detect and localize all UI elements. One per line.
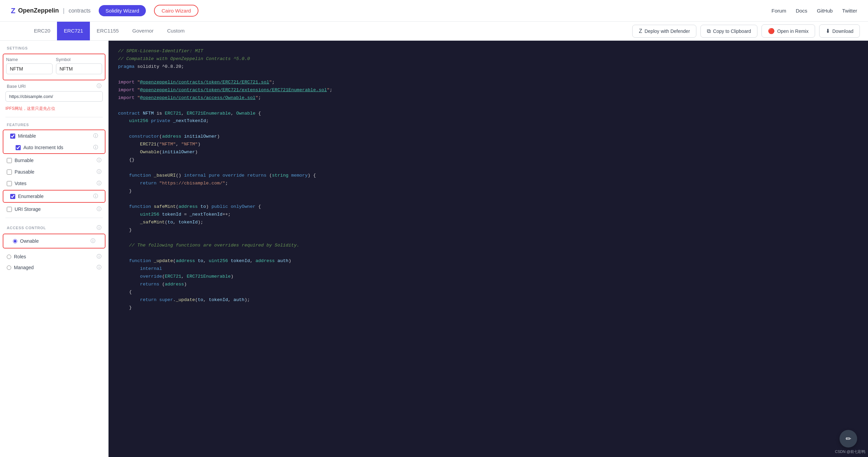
base-uri-info-icon[interactable]: ⓘ bbox=[97, 83, 101, 89]
deploy-icon: Z bbox=[639, 28, 642, 34]
burnable-label: Burnable bbox=[15, 158, 34, 163]
feature-enumerable: Enumerable ⓘ bbox=[3, 191, 105, 202]
mintable-label: Mintable bbox=[18, 133, 36, 139]
burnable-info-icon[interactable]: ⓘ bbox=[97, 157, 101, 163]
mintable-left: Mintable bbox=[10, 133, 36, 139]
content: SETTINGS Name Symbol Base URI ⓘ bbox=[0, 41, 868, 457]
divider-2 bbox=[5, 218, 103, 218]
header: Z OpenZeppelin | contracts Solidity Wiza… bbox=[0, 0, 868, 22]
votes-info-icon[interactable]: ⓘ bbox=[97, 180, 101, 186]
copy-button[interactable]: ⧉ Copy to Clipboard bbox=[700, 25, 757, 38]
access-control-label: ACCESS CONTROL bbox=[7, 226, 46, 230]
mintable-info-icon[interactable]: ⓘ bbox=[93, 133, 98, 139]
votes-label: Votes bbox=[15, 181, 26, 186]
deploy-label: Deploy with Defender bbox=[644, 28, 690, 34]
managed-radio[interactable] bbox=[7, 265, 11, 270]
solidity-wizard-button[interactable]: Solidity Wizard bbox=[99, 5, 146, 16]
nav-github[interactable]: GitHub bbox=[817, 8, 833, 14]
feature-uri-storage: URI Storage ⓘ bbox=[0, 203, 108, 215]
burnable-left: Burnable bbox=[7, 158, 34, 163]
access-control-header: ACCESS CONTROL ⓘ bbox=[0, 223, 108, 234]
auto-increment-info-icon[interactable]: ⓘ bbox=[93, 144, 98, 151]
radio-roles: Roles ⓘ bbox=[0, 251, 108, 262]
download-button[interactable]: ⬇ Download bbox=[819, 24, 860, 38]
code-panel: // SPDX-License-Identifier: MIT // Compa… bbox=[109, 41, 868, 457]
remix-icon: 🔴 bbox=[768, 28, 775, 34]
uri-storage-label: URI Storage bbox=[15, 206, 41, 212]
base-uri-row: Base URI ⓘ bbox=[0, 83, 108, 91]
enumerable-left: Enumerable bbox=[10, 194, 44, 199]
tab-erc20[interactable]: ERC20 bbox=[27, 22, 57, 40]
tab-erc1155[interactable]: ERC1155 bbox=[90, 22, 126, 40]
name-input[interactable] bbox=[6, 63, 53, 74]
votes-checkbox[interactable] bbox=[7, 181, 12, 186]
fab-edit-button[interactable]: ✏ bbox=[840, 430, 857, 448]
fab-edit-icon: ✏ bbox=[846, 435, 851, 443]
roles-label: Roles bbox=[14, 254, 26, 259]
main-container: ERC20 ERC721 ERC1155 Governor Custom Z D… bbox=[0, 22, 868, 457]
votes-left: Votes bbox=[7, 181, 26, 186]
radio-ownable: Ownable ⓘ bbox=[6, 236, 102, 246]
pausable-left: Pausable bbox=[7, 169, 34, 175]
roles-info-icon[interactable]: ⓘ bbox=[97, 254, 101, 260]
uri-storage-info-icon[interactable]: ⓘ bbox=[97, 206, 101, 212]
base-uri-label: Base URI bbox=[7, 84, 26, 89]
header-nav: Forum Docs GitHub Twitter bbox=[772, 8, 857, 14]
tab-governor[interactable]: Governor bbox=[126, 22, 160, 40]
logo-sub: contracts bbox=[69, 8, 91, 14]
features-label: FEATURES bbox=[0, 120, 108, 129]
divider-1 bbox=[5, 117, 103, 117]
nav-docs[interactable]: Docs bbox=[796, 8, 807, 14]
feature-burnable: Burnable ⓘ bbox=[0, 155, 108, 166]
roles-radio[interactable] bbox=[7, 255, 11, 259]
feature-mintable: Mintable ⓘ bbox=[3, 130, 105, 142]
cairo-wizard-button[interactable]: Cairo Wizard bbox=[154, 5, 198, 17]
ownable-label: Ownable bbox=[20, 238, 39, 244]
tab-erc721[interactable]: ERC721 bbox=[57, 22, 90, 40]
pausable-info-icon[interactable]: ⓘ bbox=[97, 169, 101, 175]
tab-custom[interactable]: Custom bbox=[160, 22, 192, 40]
ownable-info-icon[interactable]: ⓘ bbox=[91, 238, 95, 244]
managed-info-icon[interactable]: ⓘ bbox=[97, 264, 101, 271]
managed-left: Managed bbox=[7, 265, 34, 270]
feature-pausable: Pausable ⓘ bbox=[0, 166, 108, 178]
uri-storage-left: URI Storage bbox=[7, 206, 41, 212]
download-icon: ⬇ bbox=[826, 28, 830, 34]
auto-increment-label: Auto Increment Ids bbox=[23, 145, 63, 150]
uri-storage-checkbox[interactable] bbox=[7, 207, 12, 212]
code-scroll[interactable]: // SPDX-License-Identifier: MIT // Compa… bbox=[109, 41, 868, 457]
header-left: Z OpenZeppelin | contracts Solidity Wiza… bbox=[11, 5, 198, 17]
enumerable-info-icon[interactable]: ⓘ bbox=[93, 193, 98, 199]
copy-label: Copy to Clipboard bbox=[713, 28, 751, 34]
symbol-input[interactable] bbox=[56, 63, 102, 74]
name-symbol-fields: Name Symbol bbox=[3, 54, 105, 80]
chinese-note: IPFS网址，这里只是先占位 bbox=[0, 104, 108, 114]
roles-left: Roles bbox=[7, 254, 26, 259]
burnable-checkbox[interactable] bbox=[7, 158, 12, 163]
pausable-checkbox[interactable] bbox=[7, 170, 12, 175]
tabs-bar: ERC20 ERC721 ERC1155 Governor Custom Z D… bbox=[0, 22, 868, 41]
name-col: Name bbox=[6, 57, 53, 74]
remix-label: Open in Remix bbox=[777, 28, 809, 34]
access-control-section: ACCESS CONTROL ⓘ Ownable ⓘ bbox=[0, 221, 108, 276]
auto-increment-checkbox[interactable] bbox=[16, 145, 21, 150]
pausable-label: Pausable bbox=[15, 169, 34, 175]
symbol-col: Symbol bbox=[56, 57, 102, 74]
enumerable-checkbox[interactable] bbox=[10, 194, 15, 199]
nav-twitter[interactable]: Twitter bbox=[842, 8, 857, 14]
access-control-info-icon[interactable]: ⓘ bbox=[97, 225, 101, 231]
name-symbol-row: Name Symbol bbox=[6, 57, 102, 74]
enumerable-label: Enumerable bbox=[18, 194, 44, 199]
mintable-group: Mintable ⓘ Auto Increment Ids ⓘ bbox=[3, 130, 105, 154]
nav-forum[interactable]: Forum bbox=[772, 8, 786, 14]
ownable-radio[interactable] bbox=[13, 239, 17, 243]
mintable-checkbox[interactable] bbox=[10, 134, 15, 139]
ownable-left: Ownable bbox=[13, 238, 39, 244]
deploy-button[interactable]: Z Deploy with Defender bbox=[632, 25, 696, 38]
download-label: Download bbox=[832, 28, 853, 34]
base-uri-input-wrap bbox=[0, 91, 108, 104]
base-uri-input[interactable] bbox=[5, 91, 103, 102]
remix-button[interactable]: 🔴 Open in Remix bbox=[761, 24, 815, 38]
enumerable-group: Enumerable ⓘ bbox=[3, 190, 105, 203]
copy-icon: ⧉ bbox=[707, 28, 711, 34]
